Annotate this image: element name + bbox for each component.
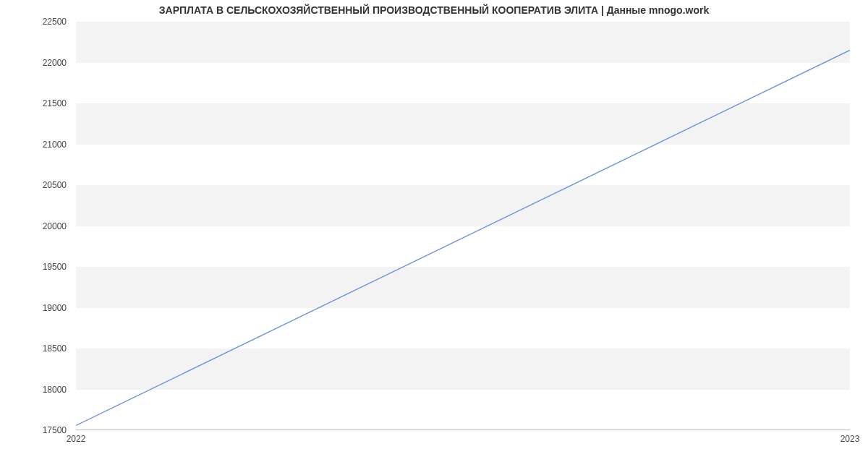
plot-area — [76, 22, 850, 430]
y-tick-label: 17500 — [43, 425, 67, 435]
y-tick-label: 21500 — [43, 98, 67, 108]
y-tick-label: 22500 — [43, 17, 67, 27]
series-line — [76, 50, 850, 425]
chart-container: ЗАРПЛАТА В СЕЛЬСКОХОЗЯЙСТВЕННЫЙ ПРОИЗВОД… — [0, 0, 868, 470]
x-tick-label: 2023 — [841, 434, 860, 444]
y-tick-label: 20000 — [43, 221, 67, 231]
y-tick-label: 18500 — [43, 343, 67, 354]
y-tick-label: 22000 — [43, 58, 67, 68]
x-tick-label: 2022 — [67, 434, 86, 444]
y-tick-label: 18000 — [43, 385, 67, 395]
y-tick-label: 20500 — [43, 180, 67, 190]
y-axis-labels: 1750018000185001900019500200002050021000… — [0, 22, 72, 430]
line-layer — [76, 22, 850, 430]
y-tick-label: 19000 — [43, 303, 67, 313]
y-tick-label: 21000 — [43, 140, 67, 150]
x-axis-labels: 20222023 — [76, 434, 850, 448]
chart-title: ЗАРПЛАТА В СЕЛЬСКОХОЗЯЙСТВЕННЫЙ ПРОИЗВОД… — [0, 4, 868, 16]
y-tick-label: 19500 — [43, 262, 67, 272]
